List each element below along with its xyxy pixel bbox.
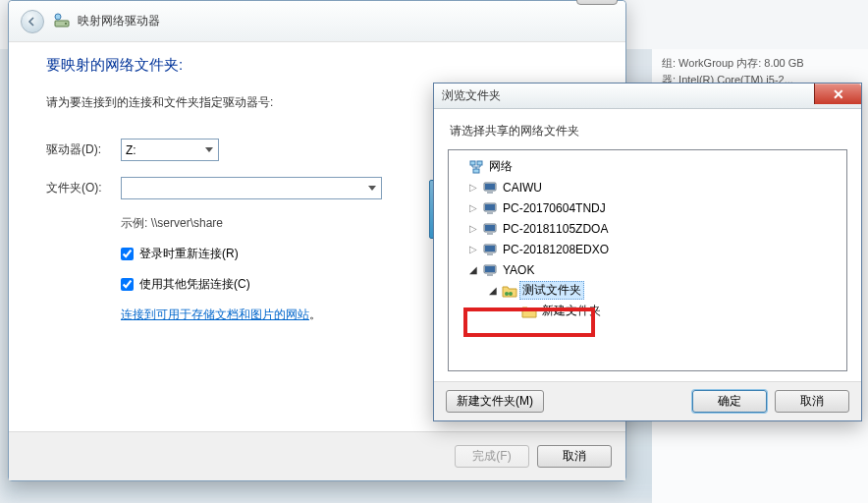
- drive-label: 驱动器(D):: [46, 141, 121, 158]
- tree-label: 网络: [486, 157, 515, 176]
- chevron-down-icon: [363, 178, 381, 198]
- folder-label: 文件夹(O):: [46, 180, 121, 196]
- folder-input[interactable]: [121, 177, 382, 199]
- svg-rect-4: [477, 161, 482, 165]
- svg-point-2: [55, 14, 61, 20]
- reconnect-checkbox[interactable]: [121, 248, 134, 260]
- computer-icon: [480, 200, 500, 216]
- network-drive-icon: [54, 13, 72, 30]
- tree-node-computer-expanded[interactable]: ◢ YAOK: [451, 259, 844, 280]
- tree-label: YAOK: [500, 262, 537, 278]
- tree-node-folder[interactable]: 新建文件夹: [451, 301, 844, 321]
- dialog-titlebar: 映射网络驱动器: [9, 1, 625, 42]
- collapsed-icon[interactable]: ▷: [466, 223, 480, 234]
- dialog-title: 映射网络驱动器: [78, 13, 160, 29]
- svg-rect-19: [485, 266, 495, 272]
- svg-rect-17: [487, 253, 493, 255]
- dialog-footer: 完成(F) 取消: [9, 431, 625, 480]
- folder-shared-icon: [500, 283, 519, 299]
- svg-rect-7: [485, 184, 495, 190]
- svg-point-22: [509, 292, 513, 296]
- cancel-button[interactable]: 取消: [775, 390, 849, 413]
- close-button[interactable]: ✕: [814, 84, 861, 104]
- tree-node-computer[interactable]: ▷ PC-20181208EDXO: [451, 239, 844, 259]
- drive-value: Z:: [126, 143, 136, 157]
- heading: 要映射的网络文件夹:: [46, 56, 588, 75]
- collapsed-icon[interactable]: ▷: [466, 202, 480, 213]
- tree-label: CAIWU: [500, 180, 545, 196]
- tree-node-computer[interactable]: ▷ CAIWU: [451, 177, 844, 197]
- tree-node-computer[interactable]: ▷ PC-20181105ZDOA: [451, 218, 844, 239]
- ok-button[interactable]: 确定: [692, 390, 767, 413]
- tree-label: 测试文件夹: [519, 281, 584, 300]
- folder-icon: [519, 304, 539, 319]
- tree-node-computer[interactable]: ▷ PC-20170604TNDJ: [451, 197, 844, 218]
- svg-rect-8: [487, 192, 493, 194]
- computer-icon: [480, 262, 500, 278]
- svg-rect-10: [485, 204, 495, 210]
- dialog-title: 浏览文件夹: [442, 87, 501, 104]
- collapsed-icon[interactable]: ▷: [466, 182, 480, 193]
- tree-label: PC-20181208EDXO: [500, 242, 612, 257]
- drive-combo[interactable]: Z:: [121, 139, 219, 161]
- tree-node-folder-selected[interactable]: ◢ 测试文件夹: [451, 280, 844, 301]
- website-storage-link[interactable]: 连接到可用于存储文档和图片的网站: [121, 307, 309, 321]
- system-info-line1: 组: WorkGroup 内存: 8.00 GB: [662, 57, 804, 69]
- tree-node-network-root[interactable]: 网络: [451, 156, 844, 177]
- reconnect-label: 登录时重新连接(R): [139, 246, 239, 262]
- svg-point-1: [65, 23, 67, 25]
- tree-label: PC-20181105ZDOA: [500, 221, 611, 237]
- svg-point-21: [505, 292, 509, 296]
- svg-rect-5: [473, 169, 479, 173]
- computer-icon: [480, 221, 500, 237]
- network-icon: [466, 159, 486, 175]
- link-period: 。: [309, 307, 321, 321]
- credentials-label: 使用其他凭据连接(C): [139, 276, 250, 293]
- expanded-icon[interactable]: ◢: [486, 285, 500, 296]
- svg-rect-3: [470, 161, 475, 165]
- svg-rect-20: [487, 274, 493, 276]
- expanded-icon[interactable]: ◢: [466, 264, 480, 275]
- computer-icon: [480, 180, 500, 196]
- collapsed-icon[interactable]: ▷: [466, 244, 480, 254]
- back-button[interactable]: [21, 10, 44, 33]
- cancel-button[interactable]: 取消: [537, 445, 612, 468]
- close-icon: ✕: [592, 0, 602, 2]
- computer-icon: [480, 242, 500, 257]
- tree-label: PC-20170604TNDJ: [500, 200, 609, 216]
- browse-folder-dialog: 浏览文件夹 ✕ 请选择共享的网络文件夹 网络 ▷ CAIWU ▷ PC-2017…: [433, 83, 862, 421]
- close-button[interactable]: ✕: [576, 0, 618, 5]
- folder-tree[interactable]: 网络 ▷ CAIWU ▷ PC-20170604TNDJ ▷ PC-201811…: [448, 149, 847, 371]
- credentials-checkbox[interactable]: [121, 278, 134, 291]
- close-icon: ✕: [833, 86, 844, 102]
- finish-button: 完成(F): [455, 445, 529, 468]
- new-folder-button[interactable]: 新建文件夹(M): [446, 390, 544, 413]
- dialog-titlebar[interactable]: 浏览文件夹 ✕: [434, 84, 861, 109]
- tree-label: 新建文件夹: [539, 302, 604, 320]
- chevron-down-icon: [200, 140, 218, 160]
- svg-rect-14: [487, 233, 493, 235]
- arrow-left-icon: [27, 17, 37, 27]
- svg-rect-13: [485, 225, 495, 231]
- prompt-text: 请选择共享的网络文件夹: [434, 109, 861, 149]
- svg-rect-16: [485, 246, 495, 252]
- svg-rect-11: [487, 212, 493, 214]
- dialog-footer: 新建文件夹(M) 确定 取消: [434, 381, 861, 420]
